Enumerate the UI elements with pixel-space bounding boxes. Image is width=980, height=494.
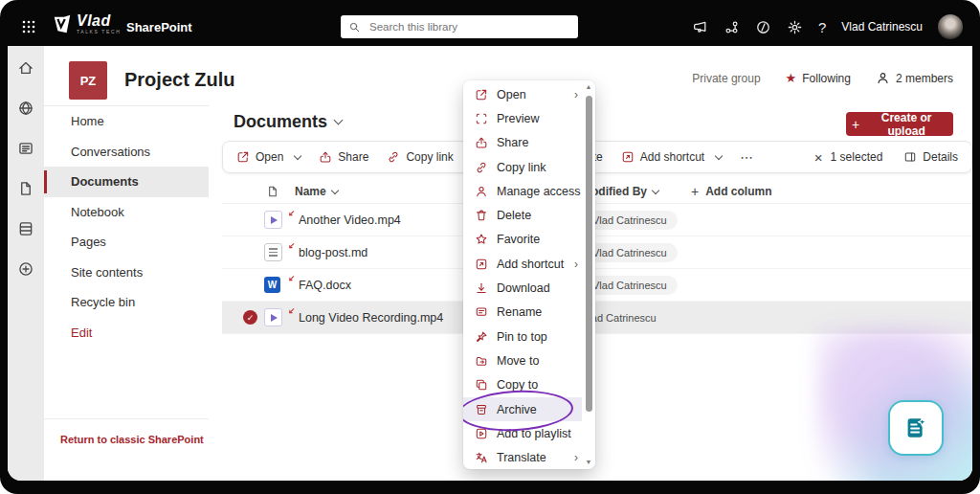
scroll-down-icon[interactable]: ▼ [586, 458, 592, 467]
toolbar-more-button[interactable]: ⋯ [740, 149, 754, 165]
menu-item-copy-to[interactable]: Copy to [463, 373, 582, 397]
sidebar-item-home[interactable]: Home [44, 106, 209, 137]
product-name[interactable]: SharePoint [126, 20, 192, 34]
details-icon [903, 150, 917, 164]
sidebar-item-site-contents[interactable]: Site contents [44, 258, 209, 288]
selected-check-icon[interactable]: ✓ [243, 310, 257, 325]
menu-item-favorite[interactable]: Favorite [463, 228, 582, 252]
shared-arrow-icon [287, 275, 296, 283]
name-column-label: Name [295, 185, 326, 198]
brand-logo[interactable]: Vlad TALKS TECH [52, 13, 121, 34]
following-button[interactable]: ★ Following [786, 71, 851, 85]
scrollbar-thumb[interactable] [586, 96, 592, 412]
menu-item-archive[interactable]: Archive [463, 397, 582, 421]
site-nav: Home Conversations Documents Notebook Pa… [44, 105, 210, 481]
toolbar-command-label: Open [256, 150, 283, 164]
page-icon [17, 180, 34, 197]
menu-item-label: Add to playlist [497, 427, 571, 440]
modified-by-pill[interactable]: Vlad Catrinescu [582, 211, 678, 230]
rail-library-button[interactable] [17, 220, 34, 237]
menu-item-preview[interactable]: Preview [463, 106, 582, 130]
gear-button[interactable] [787, 19, 803, 35]
menu-item-delete[interactable]: Delete [463, 203, 582, 227]
menu-item-pin-to-top[interactable]: Pin to top [463, 325, 582, 348]
details-pane-button[interactable]: Details [903, 150, 958, 164]
sidebar-item-pages[interactable]: Pages [44, 227, 209, 258]
table-row[interactable]: ✓ Long Video Recording.mp4 ⋯ Vlad Catrin… [222, 302, 972, 334]
menu-item-download[interactable]: Download [463, 276, 582, 300]
brand-name: Vlad [77, 13, 121, 29]
add-column-button[interactable]: + Add column [691, 184, 772, 199]
menu-item-copy-link[interactable]: Copy link [463, 155, 582, 179]
copy-icon [475, 378, 488, 392]
sidebar-item-edit[interactable]: Edit [44, 318, 209, 348]
globe-icon [17, 100, 34, 117]
account-name[interactable]: Vlad Catrinescu [841, 20, 923, 34]
menu-item-move-to[interactable]: Move to [463, 348, 582, 372]
members-label: 2 members [896, 72, 953, 85]
share-icon [475, 136, 488, 149]
rail-globe-button[interactable] [17, 100, 34, 117]
members-button[interactable]: 2 members [876, 71, 953, 85]
menu-item-share[interactable]: Share [463, 131, 582, 155]
account-avatar[interactable] [938, 14, 963, 39]
library-title[interactable]: Documents [234, 112, 342, 132]
sidebar-item-conversations[interactable]: Conversations [44, 137, 209, 168]
rail-addcircle-button[interactable] [17, 260, 34, 278]
menu-item-label: Pin to top [497, 330, 547, 344]
menu-item-label: Add shortcut [497, 258, 564, 271]
nav-divider [44, 418, 209, 419]
menu-item-add-to-playlist[interactable]: Add to playlist [463, 421, 582, 445]
name-column-header[interactable]: Name [295, 185, 338, 198]
shortcut-icon [621, 150, 635, 164]
sidebar-item-label: Notebook [71, 205, 124, 219]
toolbar-command-label: Share [338, 150, 368, 164]
search-icon [348, 21, 361, 34]
table-row[interactable]: Another Video.mp4 Vlad Catrinescu [222, 204, 972, 236]
rail-home-button[interactable] [17, 59, 34, 77]
toolbar-command-label: Copy link [406, 150, 453, 164]
file-name[interactable]: blog-post.md [299, 246, 368, 259]
orgchart-button[interactable] [724, 19, 740, 35]
menu-item-add-shortcut[interactable]: Add shortcut › [463, 252, 582, 276]
scroll-up-icon[interactable]: ▲ [586, 82, 592, 92]
menu-item-manage-access[interactable]: Manage access [463, 179, 582, 203]
create-or-upload-button[interactable]: + Create or upload [846, 112, 953, 136]
command-bar: Open Share Copy link Delete Favorite Add… [222, 141, 972, 173]
file-name[interactable]: Long Video Recording.mp4 [299, 311, 443, 325]
sidebar-item-notebook[interactable]: Notebook [44, 197, 209, 228]
rail-page-button[interactable] [17, 180, 34, 197]
menu-item-rename[interactable]: Rename [463, 301, 582, 325]
site-title[interactable]: Project Zulu [124, 69, 235, 91]
file-name[interactable]: FAQ.docx [299, 279, 351, 292]
menu-scrollbar[interactable]: ▲ ▼ [583, 82, 594, 467]
modified-by-pill[interactable]: Vlad Catrinescu [582, 243, 678, 262]
toolbar-open-button[interactable]: Open [236, 150, 301, 164]
chevron-down-icon [334, 116, 344, 125]
menu-item-translate[interactable]: Translate › [463, 445, 582, 469]
table-row[interactable]: W FAQ.docx Vlad Catrinescu [222, 269, 972, 302]
table-row[interactable]: blog-post.md Vlad Catrinescu [222, 236, 972, 269]
clear-selection-button[interactable]: × 1 selected [814, 150, 882, 165]
move-icon [475, 354, 488, 368]
toolbar-add-shortcut-button[interactable]: Add shortcut [621, 150, 722, 164]
modified-by-pill[interactable]: Vlad Catrinescu [582, 276, 678, 295]
megaphone-button[interactable] [692, 19, 708, 35]
sidebar-item-documents[interactable]: Documents [44, 167, 209, 197]
site-logo[interactable]: PZ [69, 61, 107, 100]
rail-news-button[interactable] [17, 140, 34, 157]
help-button[interactable]: ? [818, 19, 826, 35]
assistant-notes-button[interactable] [888, 400, 944, 456]
toolbar-share-button[interactable]: Share [319, 150, 368, 164]
search-input[interactable] [368, 20, 570, 34]
file-name[interactable]: Another Video.mp4 [299, 213, 401, 227]
app-launcher-button[interactable] [21, 19, 36, 34]
sidebar-item-recycle-bin[interactable]: Recycle bin [44, 287, 209, 318]
menu-item-open[interactable]: Open › [463, 82, 582, 106]
search-box[interactable] [341, 15, 578, 38]
toolbar-copy-link-button[interactable]: Copy link [387, 150, 453, 164]
devmode-button[interactable] [755, 19, 771, 35]
menu-item-label: Translate [497, 451, 546, 464]
submenu-chevron-icon: › [574, 258, 578, 271]
return-to-classic-link[interactable]: Return to classic SharePoint [60, 433, 204, 446]
